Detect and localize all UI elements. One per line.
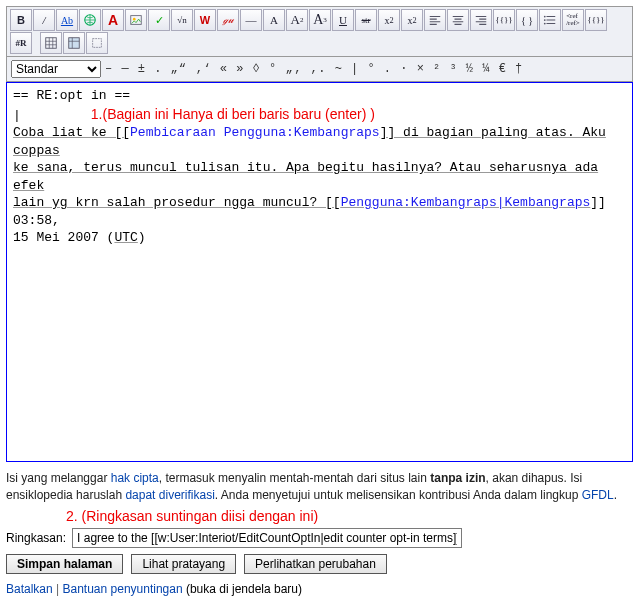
superscript-button[interactable]: x2	[378, 9, 400, 31]
strike-button[interactable]: str	[355, 9, 377, 31]
math-button[interactable]: √n	[171, 9, 193, 31]
template2-button[interactable]: {{}}	[585, 9, 607, 31]
table-button[interactable]	[40, 32, 62, 54]
media-button[interactable]: ✓	[148, 9, 170, 31]
font-large-button[interactable]: A3	[309, 9, 331, 31]
headline-button[interactable]: A	[102, 9, 124, 31]
verifiable-link[interactable]: dapat diverifikasi	[125, 488, 214, 502]
svg-rect-6	[46, 38, 57, 49]
special-chars-toolbar: Standar – — ± . „“ ‚‘ « » ◊ ° „‚ ‚. ~ | …	[6, 57, 633, 82]
underline-button[interactable]: U	[332, 9, 354, 31]
editor-heading-line: == RE:opt in ==	[13, 88, 130, 103]
char-category-select[interactable]: Standar	[11, 60, 101, 78]
summary-input[interactable]	[72, 528, 462, 548]
align-left-button[interactable]	[424, 9, 446, 31]
wiki-editor-textarea[interactable]: == RE:opt in == |1.(Bagian ini Hanya di …	[6, 82, 633, 462]
hr-button[interactable]: —	[240, 9, 262, 31]
subscript-button[interactable]: x2	[401, 9, 423, 31]
category-button[interactable]: { }	[516, 9, 538, 31]
svg-rect-7	[69, 38, 80, 49]
italic-button[interactable]: /	[33, 9, 55, 31]
editing-help-link[interactable]: Bantuan penyuntingan	[63, 582, 183, 596]
special-chars-list[interactable]: – — ± . „“ ‚‘ « » ◊ ° „‚ ‚. ~ | ° . · × …	[105, 62, 523, 76]
image-button[interactable]	[125, 9, 147, 31]
ref-button[interactable]: <ref/ref>	[562, 9, 584, 31]
gfdl-link[interactable]: GFDL	[582, 488, 614, 502]
font-med-button[interactable]: A2	[286, 9, 308, 31]
preview-button[interactable]: Lihat pratayang	[131, 554, 236, 574]
cancel-link[interactable]: Batalkan	[6, 582, 53, 596]
signature-button[interactable]: ℊ𝓊	[217, 9, 239, 31]
action-buttons-row: Simpan halaman Lihat pratayang Perlihatk…	[6, 554, 633, 596]
svg-point-3	[544, 16, 546, 18]
edit-summary-row: Ringkasan:	[6, 528, 633, 548]
external-link-button[interactable]	[79, 9, 101, 31]
annotation-1: 1.(Bagian ini Hanya di beri baris baru (…	[91, 106, 375, 122]
nowiki-button[interactable]: W	[194, 9, 216, 31]
font-small-button[interactable]: A	[263, 9, 285, 31]
editor-body: Coba liat ke [[Pembicaraan Pengguna:Kemb…	[13, 124, 626, 247]
list-button[interactable]	[539, 9, 561, 31]
svg-rect-8	[93, 39, 102, 48]
align-center-button[interactable]	[447, 9, 469, 31]
bold-button[interactable]: B	[10, 9, 32, 31]
align-right-button[interactable]	[470, 9, 492, 31]
formatting-toolbar: B / Ab A ✓ √n W ℊ𝓊 — A A2 A3 U str x2 x2…	[6, 6, 633, 57]
blank-button[interactable]	[86, 32, 108, 54]
internal-link-button[interactable]: Ab	[56, 9, 78, 31]
save-button[interactable]: Simpan halaman	[6, 554, 123, 574]
show-changes-button[interactable]: Perlihatkan perubahan	[244, 554, 387, 574]
help-suffix: (buka di jendela baru)	[183, 582, 302, 596]
annotation-2: 2. (Ringkasan suntingan diisi dengan ini…	[66, 508, 633, 524]
copyright-link[interactable]: hak cipta	[111, 471, 159, 485]
license-notice: Isi yang melanggar hak cipta, termasuk m…	[6, 470, 633, 504]
summary-label: Ringkasan:	[6, 531, 66, 545]
redirect-button[interactable]: #R	[10, 32, 32, 54]
svg-point-2	[133, 18, 136, 21]
template-button[interactable]: {{}}	[493, 9, 515, 31]
svg-point-4	[544, 19, 546, 21]
table2-button[interactable]	[63, 32, 85, 54]
svg-point-5	[544, 23, 546, 25]
